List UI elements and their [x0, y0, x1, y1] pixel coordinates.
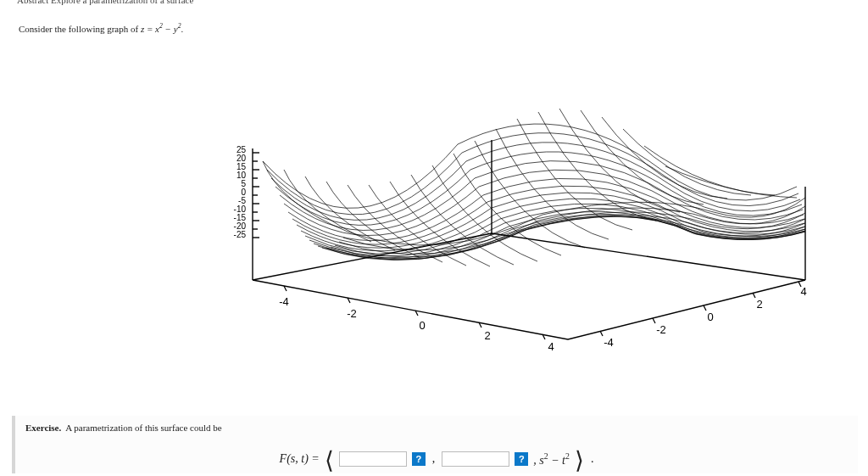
parametrization-formula: F(s, t) = ⟨ ? , ? , s2 − t2 ⟩. — [25, 451, 849, 468]
svg-text:2: 2 — [756, 298, 762, 311]
prompt-equation: z = x2 − y2 — [141, 24, 181, 34]
svg-text:4: 4 — [800, 285, 806, 298]
hint-button-2[interactable]: ? — [515, 452, 528, 466]
svg-text:2: 2 — [484, 329, 490, 342]
svg-text:0: 0 — [707, 311, 713, 323]
prompt-tail: . — [181, 24, 184, 34]
surface-graph: 25 20 15 10 5 0 -5 -10 -15 -20 -25 — [203, 68, 814, 373]
formula-comma-1: , — [431, 452, 437, 466]
svg-line-39 — [753, 293, 755, 298]
exercise-text: A parametrization of this surface could … — [65, 423, 222, 433]
svg-text:-2: -2 — [656, 323, 666, 336]
answer-blank-2[interactable] — [442, 451, 509, 467]
prompt-lead: Consider the following graph of — [19, 24, 141, 34]
exercise-heading: Exercise. A parametrization of this surf… — [25, 423, 849, 433]
hint-button-1[interactable]: ? — [412, 452, 426, 466]
svg-line-36 — [600, 331, 603, 336]
problem-prompt: Consider the following graph of z = x2 −… — [19, 22, 183, 34]
exercise-label: Exercise. — [25, 423, 61, 433]
svg-text:-4: -4 — [604, 336, 614, 349]
formula-lhs: F(s, t) = — [280, 452, 320, 466]
svg-line-38 — [704, 305, 706, 311]
answer-blank-1[interactable] — [339, 451, 407, 467]
page-header-crop: Abstract Explore a parametrization of a … — [17, 0, 193, 5]
svg-text:4: 4 — [548, 340, 554, 353]
exercise-block: Exercise. A parametrization of this surf… — [12, 416, 858, 473]
formula-period: . — [589, 452, 596, 466]
svg-text:-25: -25 — [234, 230, 247, 239]
svg-text:0: 0 — [419, 319, 425, 332]
svg-text:-2: -2 — [347, 307, 357, 320]
svg-text:-4: -4 — [279, 295, 289, 308]
svg-line-37 — [653, 318, 655, 323]
formula-tail: , s2 − t2 — [533, 451, 570, 468]
